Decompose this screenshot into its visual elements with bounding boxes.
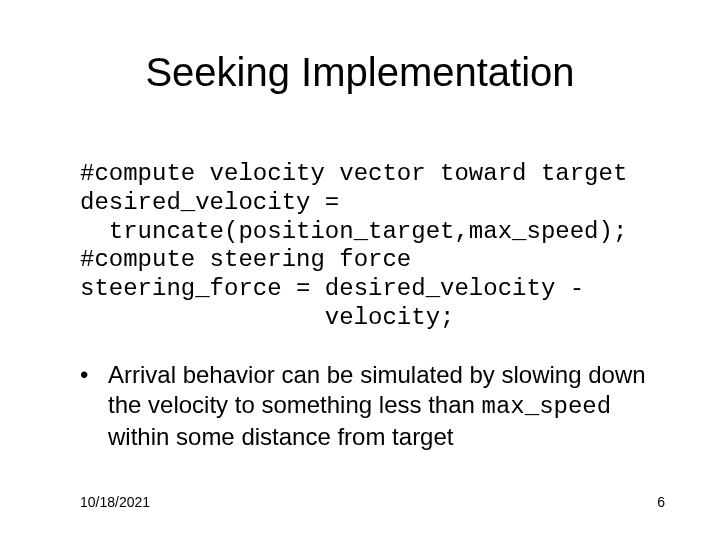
code-line-5: steering_force = desired_velocity - xyxy=(80,275,584,302)
bullet-inline-code: max_speed xyxy=(482,393,612,420)
code-line-3: truncate(position_target,max_speed); xyxy=(80,218,627,245)
slide: Seeking Implementation #compute velocity… xyxy=(0,0,720,540)
bullet-item: • Arrival behavior can be simulated by s… xyxy=(80,360,670,452)
bullet-text-post: within some distance from target xyxy=(108,423,453,450)
bullet-block: • Arrival behavior can be simulated by s… xyxy=(80,360,670,452)
code-line-4: #compute steering force xyxy=(80,246,411,273)
code-line-1: #compute velocity vector toward target xyxy=(80,160,627,187)
footer-page-number: 6 xyxy=(657,494,665,510)
code-line-2: desired_velocity = xyxy=(80,189,339,216)
footer-date: 10/18/2021 xyxy=(80,494,150,510)
code-block: #compute velocity vector toward target d… xyxy=(80,160,660,333)
bullet-text: Arrival behavior can be simulated by slo… xyxy=(108,360,670,452)
code-line-6: velocity; xyxy=(80,304,454,331)
bullet-marker: • xyxy=(80,360,108,452)
slide-title: Seeking Implementation xyxy=(0,50,720,95)
